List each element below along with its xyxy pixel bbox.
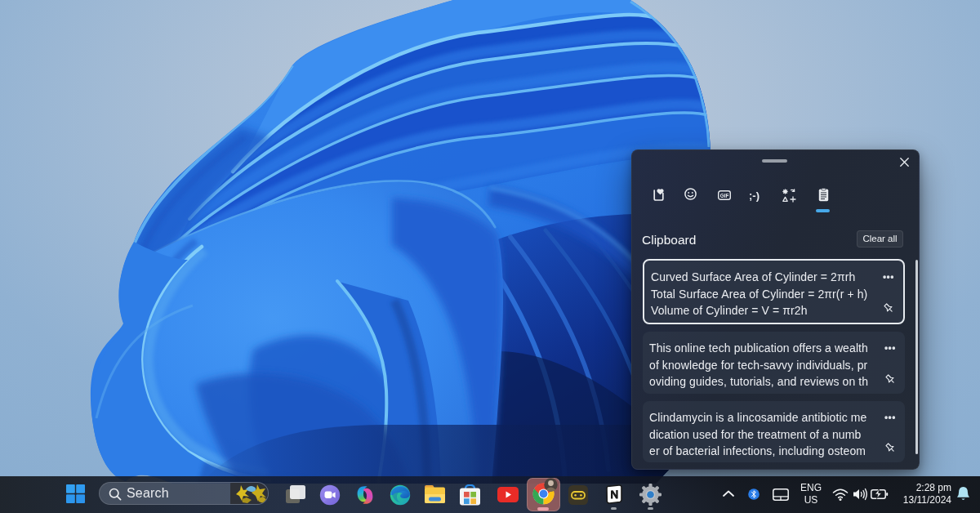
svg-text:;-): ;-) [749,190,760,202]
svg-text:GIF: GIF [720,193,729,199]
